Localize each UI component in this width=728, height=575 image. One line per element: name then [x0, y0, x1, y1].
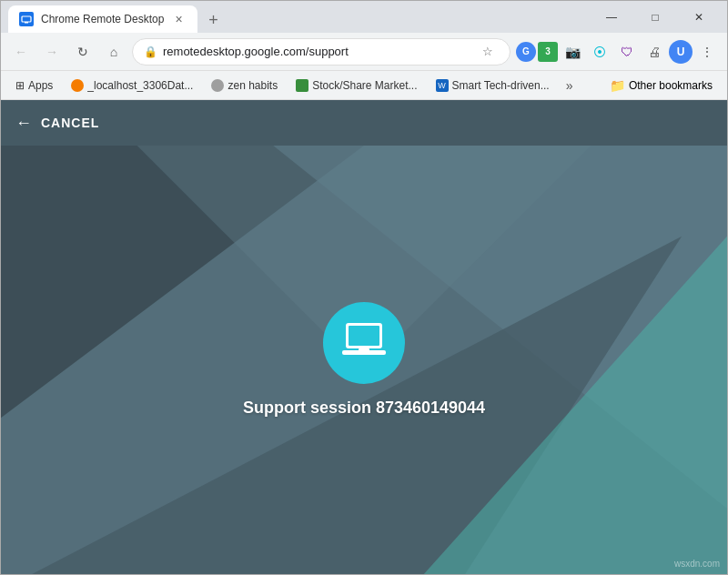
- bookmark-apps-label: Apps: [28, 79, 53, 92]
- new-tab-button[interactable]: +: [201, 7, 227, 33]
- toolbar-icons: G 3 📷 ⦿ 🛡 🖨 U ⋮: [516, 39, 720, 65]
- tab-close-button[interactable]: ×: [171, 10, 186, 28]
- url-text: remotedesktop.google.com/support: [163, 45, 471, 58]
- bookmark-localhost-label: _localhost_3306Dat...: [87, 79, 193, 92]
- tab-title: Chrome Remote Desktop: [41, 13, 164, 25]
- laptop-icon: [340, 321, 388, 365]
- close-button[interactable]: ✕: [678, 3, 720, 32]
- back-icon: ←: [15, 45, 27, 59]
- tab-area: Chrome Remote Desktop × +: [8, 1, 591, 33]
- home-button[interactable]: ⌂: [101, 39, 126, 65]
- other-bookmarks-button[interactable]: 📁 Other bookmarks: [602, 76, 720, 95]
- bookmark-stock[interactable]: Stock/Share Market...: [288, 77, 424, 94]
- laptop-circle: [323, 302, 405, 384]
- bookmarks-more-button[interactable]: »: [561, 76, 579, 95]
- svg-rect-9: [349, 326, 379, 346]
- home-icon: ⌂: [110, 45, 117, 59]
- url-actions: ☆: [477, 41, 499, 63]
- bookmark-smarttech-label: Smart Tech-driven...: [452, 79, 550, 92]
- bookmark-apps[interactable]: ⊞ Apps: [8, 77, 60, 94]
- more-button[interactable]: ⋮: [694, 39, 720, 65]
- main-area: Support session 873460149044 wsxdn.com: [1, 146, 727, 574]
- bookmark-stock-label: Stock/Share Market...: [312, 79, 417, 92]
- bookmark-stock-icon: [296, 79, 308, 92]
- refresh-icon: ↻: [77, 45, 88, 59]
- camera-icon[interactable]: 📷: [560, 39, 585, 65]
- cancel-bar: ← CANCEL: [1, 100, 727, 146]
- extension-icon-3[interactable]: 🛡: [614, 39, 640, 65]
- bookmark-localhost-icon: [71, 79, 84, 92]
- browser-window: Chrome Remote Desktop × + — □ ✕ ← → ↻ ⌂ …: [0, 0, 728, 575]
- back-arrow-icon: ←: [15, 114, 32, 133]
- minimize-button[interactable]: —: [591, 3, 632, 32]
- extension-icon-4[interactable]: 🖨: [642, 39, 667, 65]
- addressbar: ← → ↻ ⌂ 🔒 remotedesktop.google.com/suppo…: [1, 33, 727, 71]
- bookmark-localhost[interactable]: _localhost_3306Dat...: [64, 77, 200, 94]
- forward-icon: →: [46, 45, 58, 59]
- maximize-button[interactable]: □: [634, 3, 676, 32]
- other-bookmarks-label: Other bookmarks: [629, 79, 713, 92]
- page-content: ← CANCEL: [1, 100, 727, 574]
- back-button[interactable]: ←: [8, 39, 34, 65]
- window-controls: — □ ✕: [591, 3, 720, 32]
- extension-icon-1[interactable]: 3: [538, 42, 558, 62]
- apps-grid-icon: ⊞: [15, 79, 25, 92]
- svg-rect-2: [25, 22, 28, 24]
- bookmark-star-button[interactable]: ☆: [477, 41, 499, 63]
- bookmark-smarttech[interactable]: W Smart Tech-driven...: [429, 77, 557, 94]
- google-apps-icon[interactable]: G: [516, 42, 536, 62]
- cancel-label[interactable]: CANCEL: [41, 116, 99, 130]
- forward-button[interactable]: →: [39, 39, 65, 65]
- watermark: wsxdn.com: [674, 559, 720, 569]
- svg-rect-11: [359, 348, 369, 352]
- center-content: Support session 873460149044: [243, 302, 485, 418]
- extension-icon-2[interactable]: ⦿: [587, 39, 612, 65]
- bookmark-smarttech-icon: W: [436, 79, 449, 92]
- session-text: Support session 873460149044: [243, 398, 485, 418]
- tab-favicon: [19, 12, 34, 26]
- bookmark-zenhabits[interactable]: zen habits: [204, 77, 285, 94]
- active-tab[interactable]: Chrome Remote Desktop ×: [8, 5, 197, 33]
- cancel-back-button[interactable]: ←: [15, 114, 32, 133]
- titlebar: Chrome Remote Desktop × + — □ ✕: [1, 1, 727, 33]
- bookmark-zenhabits-label: zen habits: [228, 79, 278, 92]
- folder-icon: 📁: [610, 78, 625, 93]
- refresh-button[interactable]: ↻: [70, 39, 96, 65]
- url-bar[interactable]: 🔒 remotedesktop.google.com/support ☆: [132, 38, 511, 66]
- bookmarks-bar: ⊞ Apps _localhost_3306Dat... zen habits …: [1, 71, 727, 100]
- bookmark-zenhabits-icon: [211, 79, 224, 92]
- profile-avatar[interactable]: U: [669, 40, 693, 64]
- lock-icon: 🔒: [144, 45, 157, 58]
